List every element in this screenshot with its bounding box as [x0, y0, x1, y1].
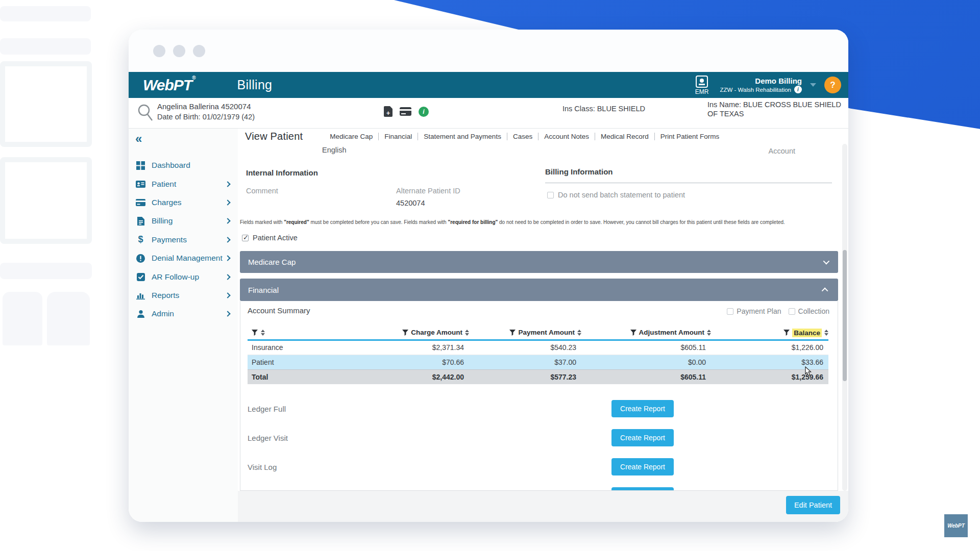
batch-statement-checkbox[interactable]: [547, 192, 554, 198]
visit-log-create-report-button[interactable]: Create Report: [611, 458, 674, 475]
tab-medical-record[interactable]: Medical Record: [595, 133, 654, 140]
sidebar-item-denial-management[interactable]: Denial Management: [129, 249, 238, 267]
patient-dob: Date of Birth: 01/02/1979 (42): [157, 113, 255, 121]
payment-plan-label: Payment Plan: [737, 307, 781, 315]
collection-checkbox[interactable]: [789, 308, 795, 315]
medicare-cap-accordion[interactable]: Medicare Cap: [240, 251, 838, 273]
ledger-visit-label: Ledger Visit: [248, 434, 288, 442]
check-square-icon: [136, 272, 145, 281]
column-header-balance[interactable]: Balance: [792, 329, 822, 337]
tab-statement-and-payments[interactable]: Statement and Payments: [418, 133, 507, 140]
filter-icon[interactable]: [402, 330, 408, 336]
sort-icon[interactable]: [707, 330, 711, 336]
partial-create-report-button[interactable]: [611, 487, 674, 491]
filter-icon[interactable]: [252, 330, 258, 336]
tab-print-patient-forms[interactable]: Print Patient Forms: [654, 133, 725, 140]
emr-badge-icon: [696, 76, 708, 88]
window-dot[interactable]: [153, 45, 165, 57]
tab-cases[interactable]: Cases: [507, 133, 538, 140]
payment-card-icon[interactable]: [400, 107, 411, 116]
comment-label: Comment: [246, 187, 278, 195]
column-header-charge-amount[interactable]: Charge Amount: [411, 329, 462, 336]
column-header-payment-amount[interactable]: Payment Amount: [518, 329, 575, 336]
sidebar-item-charges[interactable]: Charges: [129, 193, 238, 212]
clinic-name: ZZW - Walsh Rehabilitation: [720, 86, 791, 93]
patient-info-icon[interactable]: i: [419, 107, 429, 117]
tab-financial[interactable]: Financial: [378, 133, 418, 140]
sidebar-item-payments[interactable]: $ Payments: [129, 231, 238, 249]
user-menu-chevron-down-icon[interactable]: [810, 83, 816, 87]
sidebar-item-billing[interactable]: Billing: [129, 212, 238, 230]
tab-medicare-cap[interactable]: Medicare Cap: [324, 133, 378, 140]
patient-active-checkbox-row: Patient Active: [242, 234, 298, 242]
chevron-right-icon: [225, 255, 230, 261]
language-value[interactable]: English: [322, 146, 347, 154]
filter-icon[interactable]: [509, 330, 516, 336]
filter-icon[interactable]: [630, 330, 636, 336]
sidebar-item-ar-follow-up[interactable]: AR Follow-up: [129, 267, 238, 286]
chevron-right-icon: [225, 292, 230, 298]
add-document-icon[interactable]: [384, 106, 393, 117]
main-content: View Patient Medicare Cap Financial Stat…: [238, 129, 848, 522]
sort-icon[interactable]: [824, 330, 828, 336]
decor-bag: [47, 292, 90, 345]
emr-label: EMR: [695, 89, 709, 95]
patient-active-checkbox[interactable]: [242, 235, 249, 241]
header-right-group: EMR Demo Billing ZZW - Walsh Rehabilitat…: [695, 76, 841, 95]
vertical-scrollbar[interactable]: [842, 144, 847, 491]
ledger-full-create-report-button[interactable]: Create Report: [611, 400, 674, 417]
decor-bar: [0, 263, 92, 279]
scrollbar-thumb[interactable]: [843, 250, 847, 381]
sidebar-item-admin[interactable]: Admin: [129, 305, 238, 323]
insurance-class: Ins Class: BLUE SHIELD: [562, 105, 645, 113]
page-title-row: View Patient Medicare Cap Financial Stat…: [238, 129, 848, 144]
table-row-insurance[interactable]: Insurance $2,371.34 $540.23 $605.11 $1,2…: [248, 340, 828, 355]
edit-patient-button[interactable]: Edit Patient: [786, 496, 840, 514]
help-button[interactable]: ?: [824, 77, 841, 93]
table-header-row: Charge Amount Payment Amount: [248, 327, 828, 340]
collection-label: Collection: [798, 307, 829, 315]
payment-plan-checkbox-row: Payment Plan: [727, 307, 781, 315]
clinic-info-icon[interactable]: i: [794, 86, 802, 93]
sort-icon[interactable]: [577, 330, 581, 336]
table-row-patient[interactable]: Patient $70.66 $37.00 $0.00 $33.66: [248, 355, 828, 369]
search-icon[interactable]: [137, 104, 154, 123]
filter-icon[interactable]: [783, 330, 790, 336]
emr-link[interactable]: EMR: [695, 76, 709, 95]
sidebar-item-label: Payments: [152, 235, 226, 244]
billing-information-heading: Billing Information: [545, 167, 613, 176]
app-window: WebPT® Billing EMR Demo Billing ZZW - Wa…: [129, 30, 848, 522]
window-dot[interactable]: [193, 45, 205, 57]
table-row-total: Total $2,442.00 $577.23 $605.11 $1,259.6…: [248, 369, 828, 384]
column-header-adjustment-amount[interactable]: Adjustment Amount: [639, 329, 705, 336]
decor-bag: [3, 292, 42, 345]
chevron-right-icon: [225, 199, 230, 205]
ledger-visit-create-report-button[interactable]: Create Report: [611, 429, 674, 446]
form-footer: Edit Patient: [238, 491, 848, 522]
patient-action-icons: i: [384, 106, 429, 117]
patient-info-bar: Angelina Ballerina 4520074 Date of Birth…: [129, 98, 848, 129]
sidebar-item-patient[interactable]: Patient: [129, 174, 238, 193]
account-summary-table: Charge Amount Payment Amount: [248, 327, 828, 384]
sort-icon[interactable]: [261, 330, 265, 336]
account-section-label: Account: [769, 147, 795, 155]
sort-icon[interactable]: [465, 330, 469, 336]
sidebar-item-label: Reports: [152, 291, 226, 300]
batch-statement-checkbox-row: Do not send batch statement to patient: [547, 191, 685, 199]
sidebar-collapse-button[interactable]: «: [129, 133, 238, 145]
user-name: Demo Billing: [720, 77, 802, 86]
insurance-name: Ins Name: BLUE CROSS BLUE SHIELD OF TEXA…: [707, 100, 846, 118]
credit-card-icon: [136, 198, 145, 207]
tab-account-notes[interactable]: Account Notes: [538, 133, 595, 140]
patient-tabs: Medicare Cap Financial Statement and Pay…: [324, 133, 725, 140]
app-title: Billing: [237, 78, 273, 92]
window-controls-strip: [129, 30, 848, 72]
payment-plan-checkbox[interactable]: [727, 308, 733, 315]
sidebar-item-dashboard[interactable]: Dashboard: [129, 156, 238, 174]
user-menu[interactable]: Demo Billing ZZW - Walsh Rehabilitation …: [720, 77, 802, 94]
financial-accordion[interactable]: Financial: [240, 279, 838, 301]
window-dot[interactable]: [173, 45, 185, 57]
sidebar-item-reports[interactable]: Reports: [129, 286, 238, 305]
chevron-right-icon: [225, 274, 230, 280]
billing-section-divider: [545, 183, 832, 183]
